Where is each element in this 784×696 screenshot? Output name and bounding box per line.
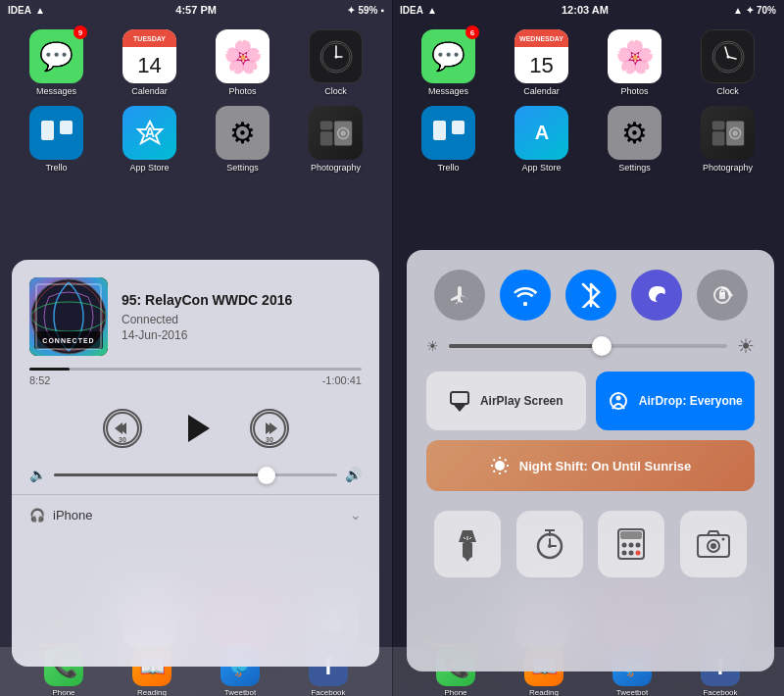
badge-messages-right: 6 xyxy=(466,25,479,39)
app-trello-right[interactable]: Trello xyxy=(407,106,490,173)
night-shift-row: Night Shift: On Until Sunrise xyxy=(407,440,774,501)
progress-bar[interactable] xyxy=(29,368,362,371)
remaining-time: -1:00:41 xyxy=(322,374,362,386)
np-title: 95: RelayCon WWDC 2016 xyxy=(122,291,362,309)
svg-rect-19 xyxy=(452,121,465,134)
play-button[interactable] xyxy=(172,404,220,453)
app-settings-left[interactable]: ⚙ Settings xyxy=(201,106,284,173)
brightness-low-icon: ☀ xyxy=(426,338,439,354)
svg-point-82 xyxy=(722,538,725,541)
app-photos-right[interactable]: 🌸 Photos xyxy=(593,29,676,96)
svg-rect-9 xyxy=(319,131,332,145)
volume-low-icon: 🔈 xyxy=(29,467,46,482)
control-center-panel: ☀ ☀ AirPlay Screen AirDrop: Everyone xyxy=(407,250,774,671)
svg-line-58 xyxy=(493,471,495,472)
calculator-button[interactable] xyxy=(598,511,664,577)
bluetooth-icon-right: ✦ xyxy=(746,5,754,16)
battery-left: 59% xyxy=(358,5,377,16)
cc-toggles xyxy=(407,250,774,334)
app-settings-right[interactable]: ⚙ Settings xyxy=(593,106,676,173)
svg-point-50 xyxy=(495,461,505,471)
output-device: iPhone xyxy=(53,508,92,522)
np-output[interactable]: 🎧 iPhone ⌄ xyxy=(12,494,379,534)
app-clock-left[interactable]: Clock xyxy=(294,29,377,96)
svg-text:A: A xyxy=(144,124,154,140)
current-time: 8:52 xyxy=(29,374,50,386)
volume-thumb xyxy=(258,467,275,484)
camera-button[interactable] xyxy=(680,511,747,577)
app-photos-left[interactable]: 🌸 Photos xyxy=(201,29,284,96)
app-photography-left[interactable]: Photography xyxy=(294,106,377,173)
app-grid-right: 💬 6 Messages WEDNESDAY 15 Calendar 🌸 Pho… xyxy=(392,20,784,182)
time-right: 12:03 AM xyxy=(562,4,609,16)
app-appstore-right[interactable]: A App Store xyxy=(500,106,583,173)
bluetooth-icon-left: ✦ xyxy=(347,5,355,16)
status-bar-left: IDEA ▲ 4:57 PM ✦ 59% ▪ xyxy=(0,0,392,20)
svg-point-27 xyxy=(34,282,103,351)
skip-back-button[interactable]: 30 xyxy=(103,409,142,448)
cc-media-row: AirPlay Screen AirDrop: Everyone xyxy=(407,372,774,440)
np-controls: 30 30 xyxy=(12,394,379,463)
np-progress: 8:52 -1:00:41 xyxy=(12,368,379,386)
svg-point-49 xyxy=(615,396,620,401)
airdrop-button[interactable]: AirDrop: Everyone xyxy=(596,372,756,430)
airplane-toggle[interactable] xyxy=(434,270,485,321)
airplay-button[interactable]: AirPlay Screen xyxy=(426,372,586,430)
wifi-toggle[interactable] xyxy=(500,270,551,321)
svg-point-17 xyxy=(726,55,729,58)
svg-rect-60 xyxy=(463,542,472,558)
np-info: 95: RelayCon WWDC 2016 Connected 14-Jun-… xyxy=(122,291,362,342)
time-left: 4:57 PM xyxy=(175,4,217,16)
album-art: CONNECTED xyxy=(29,277,108,356)
flashlight-button[interactable] xyxy=(434,511,501,577)
now-playing-panel: CONNECTED 95: RelayCon WWDC 2016 Connect… xyxy=(12,260,379,667)
svg-rect-5 xyxy=(41,121,54,140)
app-messages-left[interactable]: 💬 9 Messages xyxy=(15,29,98,96)
carrier-left: IDEA xyxy=(8,5,31,16)
app-calendar-left[interactable]: TUESDAY 14 Calendar xyxy=(108,29,191,96)
app-calendar-right[interactable]: WEDNESDAY 15 Calendar xyxy=(500,29,583,96)
location-icon-right: ▲ xyxy=(733,5,743,16)
svg-rect-8 xyxy=(319,121,332,129)
brightness-bar[interactable] xyxy=(449,344,727,348)
app-messages-right[interactable]: 💬 6 Messages xyxy=(407,29,490,96)
svg-text:A: A xyxy=(534,122,548,143)
svg-point-70 xyxy=(548,544,552,548)
svg-line-56 xyxy=(505,471,507,472)
cc-tools xyxy=(407,501,774,587)
svg-point-74 xyxy=(629,543,634,548)
svg-point-28 xyxy=(31,302,106,331)
app-grid-left: 💬 9 Messages TUESDAY 14 Calendar 🌸 Photo… xyxy=(0,20,392,182)
screen-divider xyxy=(392,0,393,696)
cc-brightness: ☀ ☀ xyxy=(407,334,774,372)
app-appstore-left[interactable]: A App Store xyxy=(108,106,191,173)
rotation-lock-toggle[interactable] xyxy=(697,270,748,321)
do-not-disturb-toggle[interactable] xyxy=(631,270,682,321)
airplay-label: AirPlay Screen xyxy=(480,394,564,408)
bluetooth-toggle[interactable] xyxy=(565,270,616,321)
svg-text:CONNECTED: CONNECTED xyxy=(42,337,94,344)
svg-point-81 xyxy=(710,543,716,549)
svg-point-48 xyxy=(611,393,626,409)
svg-point-4 xyxy=(334,55,337,58)
progress-times: 8:52 -1:00:41 xyxy=(29,374,362,386)
np-date: 14-Jun-2016 xyxy=(122,328,362,342)
skip-forward-button[interactable]: 30 xyxy=(250,409,289,448)
svg-rect-21 xyxy=(711,121,724,129)
svg-rect-30 xyxy=(34,331,103,349)
volume-fill xyxy=(54,473,272,476)
wifi-icon-right: ▲ xyxy=(427,5,437,16)
app-photography-right[interactable]: Photography xyxy=(686,106,769,173)
timer-button[interactable] xyxy=(516,511,583,577)
airdrop-label: AirDrop: Everyone xyxy=(639,394,743,408)
app-clock-right[interactable]: Clock xyxy=(686,29,769,96)
volume-bar[interactable] xyxy=(54,473,337,476)
svg-point-77 xyxy=(629,551,634,556)
night-shift-button[interactable]: Night Shift: On Until Sunrise xyxy=(426,440,755,491)
svg-point-29 xyxy=(31,279,106,354)
app-trello-left[interactable]: Trello xyxy=(15,106,98,173)
np-volume: 🔈 🔊 xyxy=(12,463,379,494)
svg-point-26 xyxy=(31,279,106,354)
battery-icon-left: ▪ xyxy=(380,5,384,16)
svg-line-55 xyxy=(493,460,495,462)
